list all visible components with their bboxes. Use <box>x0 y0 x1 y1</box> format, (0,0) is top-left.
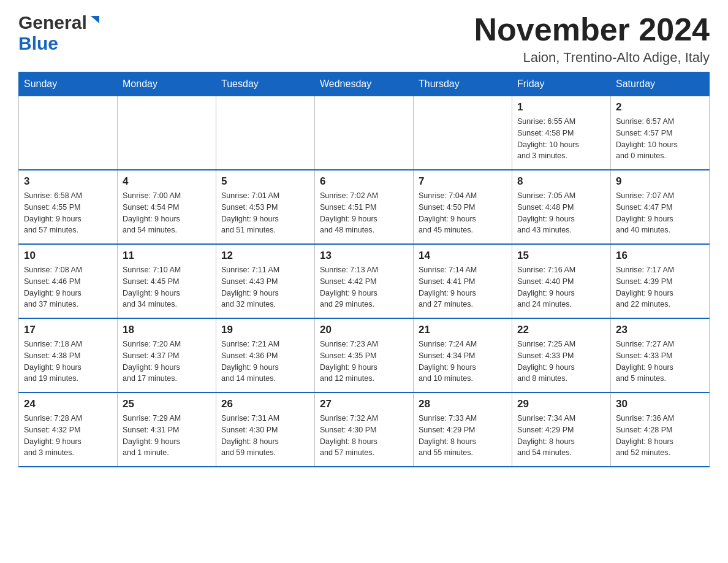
week-row-5: 24Sunrise: 7:28 AM Sunset: 4:32 PM Dayli… <box>19 393 710 467</box>
day-info: Sunrise: 7:24 AM Sunset: 4:34 PM Dayligh… <box>419 339 507 385</box>
calendar-cell: 16Sunrise: 7:17 AM Sunset: 4:39 PM Dayli… <box>611 244 710 318</box>
day-number: 13 <box>320 250 408 262</box>
week-row-3: 10Sunrise: 7:08 AM Sunset: 4:46 PM Dayli… <box>19 244 710 318</box>
day-number: 4 <box>123 175 211 188</box>
calendar-cell <box>118 96 216 170</box>
weekday-header-tuesday: Tuesday <box>216 72 315 96</box>
day-number: 23 <box>616 324 704 336</box>
logo-general-text: General <box>18 12 87 33</box>
day-number: 21 <box>419 324 507 336</box>
day-info: Sunrise: 6:57 AM Sunset: 4:57 PM Dayligh… <box>616 116 704 162</box>
day-info: Sunrise: 7:10 AM Sunset: 4:45 PM Dayligh… <box>123 264 211 310</box>
calendar-cell: 15Sunrise: 7:16 AM Sunset: 4:40 PM Dayli… <box>512 244 611 318</box>
calendar-cell: 5Sunrise: 7:01 AM Sunset: 4:53 PM Daylig… <box>216 170 315 244</box>
day-number: 25 <box>123 398 211 410</box>
day-number: 26 <box>221 398 309 410</box>
weekday-header-monday: Monday <box>118 72 216 96</box>
day-info: Sunrise: 6:58 AM Sunset: 4:55 PM Dayligh… <box>24 190 112 236</box>
calendar-cell: 6Sunrise: 7:02 AM Sunset: 4:51 PM Daylig… <box>315 170 414 244</box>
calendar-cell: 20Sunrise: 7:23 AM Sunset: 4:35 PM Dayli… <box>315 318 414 393</box>
weekday-header-wednesday: Wednesday <box>315 72 414 96</box>
calendar-cell: 9Sunrise: 7:07 AM Sunset: 4:47 PM Daylig… <box>611 170 710 244</box>
calendar-cell: 27Sunrise: 7:32 AM Sunset: 4:30 PM Dayli… <box>315 393 414 467</box>
day-info: Sunrise: 7:20 AM Sunset: 4:37 PM Dayligh… <box>123 339 211 385</box>
calendar-cell <box>414 96 512 170</box>
logo-blue-text: Blue <box>18 33 58 54</box>
day-info: Sunrise: 7:17 AM Sunset: 4:39 PM Dayligh… <box>616 264 704 310</box>
calendar-cell: 10Sunrise: 7:08 AM Sunset: 4:46 PM Dayli… <box>19 244 118 318</box>
weekday-header-friday: Friday <box>512 72 611 96</box>
day-info: Sunrise: 7:11 AM Sunset: 4:43 PM Dayligh… <box>221 264 309 310</box>
day-number: 8 <box>517 175 605 188</box>
day-info: Sunrise: 7:01 AM Sunset: 4:53 PM Dayligh… <box>221 190 309 236</box>
day-info: Sunrise: 7:34 AM Sunset: 4:29 PM Dayligh… <box>517 413 605 459</box>
calendar-cell: 11Sunrise: 7:10 AM Sunset: 4:45 PM Dayli… <box>118 244 216 318</box>
day-number: 5 <box>221 175 309 188</box>
day-info: Sunrise: 7:31 AM Sunset: 4:30 PM Dayligh… <box>221 413 309 459</box>
calendar-cell: 23Sunrise: 7:27 AM Sunset: 4:33 PM Dayli… <box>611 318 710 393</box>
calendar-cell: 13Sunrise: 7:13 AM Sunset: 4:42 PM Dayli… <box>315 244 414 318</box>
logo: General Blue <box>18 12 102 54</box>
calendar-cell: 2Sunrise: 6:57 AM Sunset: 4:57 PM Daylig… <box>611 96 710 170</box>
calendar-cell <box>19 96 118 170</box>
weekday-header-thursday: Thursday <box>414 72 512 96</box>
page-header: General Blue November 2024 Laion, Trenti… <box>18 12 710 66</box>
calendar-cell <box>216 96 315 170</box>
day-info: Sunrise: 7:16 AM Sunset: 4:40 PM Dayligh… <box>517 264 605 310</box>
day-info: Sunrise: 7:13 AM Sunset: 4:42 PM Dayligh… <box>320 264 408 310</box>
day-number: 3 <box>24 175 112 188</box>
day-info: Sunrise: 7:05 AM Sunset: 4:48 PM Dayligh… <box>517 190 605 236</box>
day-info: Sunrise: 7:00 AM Sunset: 4:54 PM Dayligh… <box>123 190 211 236</box>
calendar-cell: 4Sunrise: 7:00 AM Sunset: 4:54 PM Daylig… <box>118 170 216 244</box>
month-title: November 2024 <box>474 12 710 47</box>
week-row-1: 1Sunrise: 6:55 AM Sunset: 4:58 PM Daylig… <box>19 96 710 170</box>
day-number: 11 <box>123 250 211 262</box>
day-info: Sunrise: 7:25 AM Sunset: 4:33 PM Dayligh… <box>517 339 605 385</box>
day-number: 29 <box>517 398 605 410</box>
calendar-cell: 25Sunrise: 7:29 AM Sunset: 4:31 PM Dayli… <box>118 393 216 467</box>
day-info: Sunrise: 7:23 AM Sunset: 4:35 PM Dayligh… <box>320 339 408 385</box>
weekday-header-sunday: Sunday <box>19 72 118 96</box>
calendar-cell: 28Sunrise: 7:33 AM Sunset: 4:29 PM Dayli… <box>414 393 512 467</box>
day-number: 20 <box>320 324 408 336</box>
day-info: Sunrise: 7:27 AM Sunset: 4:33 PM Dayligh… <box>616 339 704 385</box>
day-info: Sunrise: 7:29 AM Sunset: 4:31 PM Dayligh… <box>123 413 211 459</box>
day-info: Sunrise: 7:08 AM Sunset: 4:46 PM Dayligh… <box>24 264 112 310</box>
day-number: 7 <box>419 175 507 188</box>
day-number: 22 <box>517 324 605 336</box>
calendar-cell: 24Sunrise: 7:28 AM Sunset: 4:32 PM Dayli… <box>19 393 118 467</box>
day-info: Sunrise: 7:14 AM Sunset: 4:41 PM Dayligh… <box>419 264 507 310</box>
calendar-cell: 22Sunrise: 7:25 AM Sunset: 4:33 PM Dayli… <box>512 318 611 393</box>
day-number: 16 <box>616 250 704 262</box>
day-number: 14 <box>419 250 507 262</box>
day-number: 19 <box>221 324 309 336</box>
calendar-cell: 21Sunrise: 7:24 AM Sunset: 4:34 PM Dayli… <box>414 318 512 393</box>
calendar-cell: 1Sunrise: 6:55 AM Sunset: 4:58 PM Daylig… <box>512 96 611 170</box>
day-info: Sunrise: 7:33 AM Sunset: 4:29 PM Dayligh… <box>419 413 507 459</box>
day-number: 12 <box>221 250 309 262</box>
calendar-cell: 26Sunrise: 7:31 AM Sunset: 4:30 PM Dayli… <box>216 393 315 467</box>
calendar-cell: 3Sunrise: 6:58 AM Sunset: 4:55 PM Daylig… <box>19 170 118 244</box>
logo-arrow-icon <box>88 13 102 29</box>
day-number: 10 <box>24 250 112 262</box>
calendar-cell: 7Sunrise: 7:04 AM Sunset: 4:50 PM Daylig… <box>414 170 512 244</box>
weekday-header-row: SundayMondayTuesdayWednesdayThursdayFrid… <box>19 72 710 96</box>
day-number: 18 <box>123 324 211 336</box>
week-row-2: 3Sunrise: 6:58 AM Sunset: 4:55 PM Daylig… <box>19 170 710 244</box>
day-number: 27 <box>320 398 408 410</box>
day-info: Sunrise: 7:04 AM Sunset: 4:50 PM Dayligh… <box>419 190 507 236</box>
week-row-4: 17Sunrise: 7:18 AM Sunset: 4:38 PM Dayli… <box>19 318 710 393</box>
calendar-cell: 30Sunrise: 7:36 AM Sunset: 4:28 PM Dayli… <box>611 393 710 467</box>
day-number: 17 <box>24 324 112 336</box>
day-info: Sunrise: 7:32 AM Sunset: 4:30 PM Dayligh… <box>320 413 408 459</box>
day-info: Sunrise: 6:55 AM Sunset: 4:58 PM Dayligh… <box>517 116 605 162</box>
weekday-header-saturday: Saturday <box>611 72 710 96</box>
day-number: 30 <box>616 398 704 410</box>
calendar-cell: 14Sunrise: 7:14 AM Sunset: 4:41 PM Dayli… <box>414 244 512 318</box>
title-area: November 2024 Laion, Trentino-Alto Adige… <box>474 12 710 66</box>
day-info: Sunrise: 7:36 AM Sunset: 4:28 PM Dayligh… <box>616 413 704 459</box>
day-number: 24 <box>24 398 112 410</box>
calendar-cell: 29Sunrise: 7:34 AM Sunset: 4:29 PM Dayli… <box>512 393 611 467</box>
calendar-cell: 19Sunrise: 7:21 AM Sunset: 4:36 PM Dayli… <box>216 318 315 393</box>
day-info: Sunrise: 7:18 AM Sunset: 4:38 PM Dayligh… <box>24 339 112 385</box>
